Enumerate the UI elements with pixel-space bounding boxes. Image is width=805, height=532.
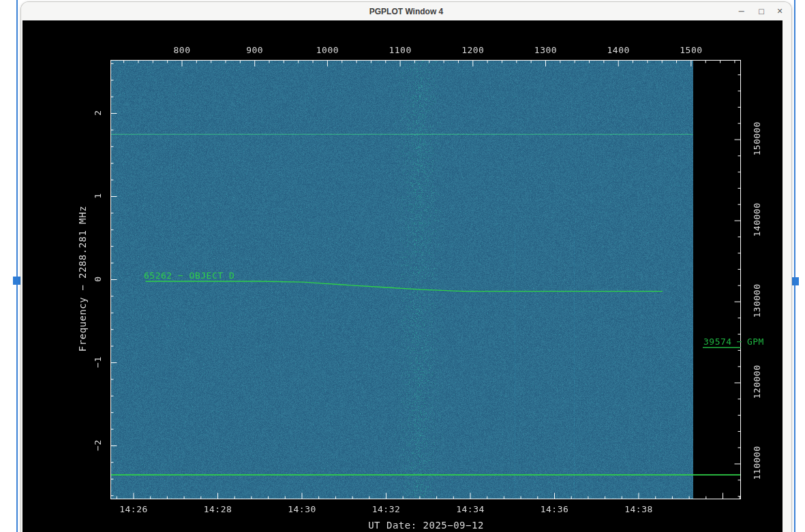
bottom-axis-tick-label: 14:38 [611,504,666,514]
maximize-icon[interactable]: □ [754,4,769,19]
right-axis-tick-label: 120000 [752,362,762,403]
top-axis-tick-label: 1200 [446,45,500,55]
gpm-name: GPM [747,337,764,347]
top-axis-tick-label: 1000 [300,45,354,55]
close-icon[interactable]: ✕ [772,4,787,19]
window-titlebar[interactable]: PGPLOT Window 4 − □ ✕ [21,2,791,21]
right-axis-tick-label: 130000 [752,281,762,322]
left-axis-title: Frequency − 2288.281 MHz [77,142,88,415]
bottom-axis-tick-label: 14:32 [359,504,414,514]
bottom-axis-tick-label: 14:34 [443,504,498,514]
bottom-axis-tick-label: 14:28 [191,504,245,514]
gpm-catalog-number: 39574 [703,337,732,348]
window-title: PGPLOT Window 4 [21,7,791,16]
minimize-icon[interactable]: − [734,4,749,19]
top-axis-tick-label: 1300 [519,45,573,55]
bottom-axis-tick-label: 14:36 [528,504,582,514]
right-axis-tick-label: 110000 [752,443,762,484]
screenshot-root: PGPLOT Window 4 − □ ✕ Frequency − 2288.2… [0,0,805,532]
gpm-label: 39574 − GPM [703,337,764,348]
right-axis-tick-label: 140000 [752,200,762,240]
left-axis-tick-label: 0 [93,258,103,299]
top-axis-tick-label: 1500 [664,45,718,55]
object-trace-label: 65262 − OBJECT D [144,270,234,281]
bottom-axis-tick-label: 14:30 [275,504,329,514]
top-axis-tick-label: 800 [155,45,209,55]
top-axis-tick-label: 1400 [591,45,645,55]
left-axis-tick-label: 1 [93,175,103,216]
bottom-axis-tick-label: 14:26 [106,504,161,514]
right-axis-tick-label: 150000 [752,119,762,159]
top-axis-tick-label: 900 [228,45,282,55]
left-axis-tick-label: 2 [93,92,103,133]
selection-guide-left [16,0,18,532]
bottom-axis-title: UT Date: 2025−09−12 [351,520,501,531]
left-axis-tick-label: −2 [93,424,103,465]
gpm-dash: − [737,337,742,347]
top-axis-tick-label: 1100 [373,45,427,55]
selection-guide-right [794,0,795,532]
left-axis-tick-label: −1 [93,341,103,382]
